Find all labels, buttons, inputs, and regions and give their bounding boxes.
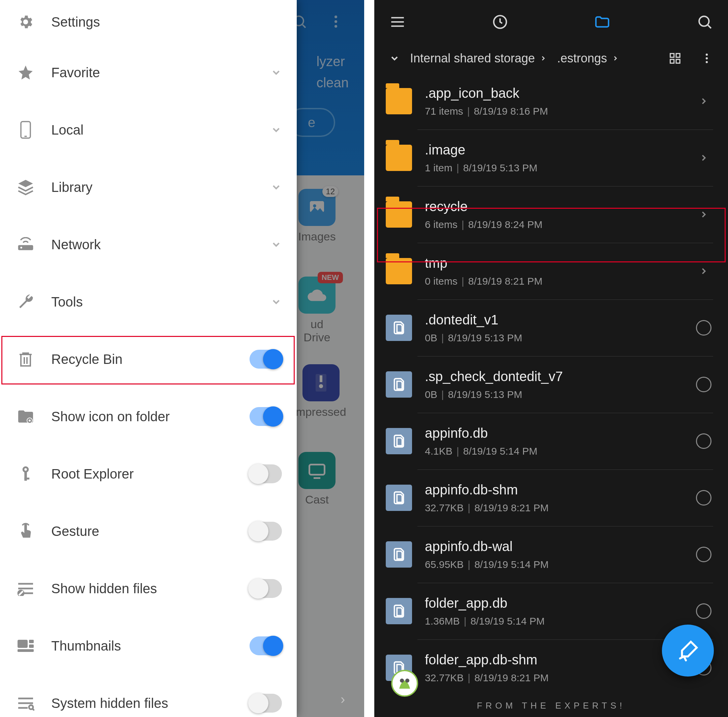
file-icon [386, 485, 412, 511]
row-name: .image [425, 142, 694, 157]
drawer-item-label: Gesture [51, 524, 250, 539]
chevron-down-icon [270, 239, 282, 250]
select-radio[interactable] [694, 603, 713, 619]
svg-rect-31 [29, 644, 34, 648]
row-name: folder_app.db-shm [425, 652, 694, 667]
layers-icon [17, 178, 34, 196]
folder-icon [386, 145, 412, 171]
row-name: appinfo.db-wal [425, 539, 694, 554]
folder-icon [386, 258, 412, 284]
file-icon [386, 598, 412, 624]
svg-point-54 [405, 679, 409, 683]
select-radio[interactable] [694, 320, 713, 336]
row-meta: 6 items|8/19/19 8:24 PM [425, 219, 694, 230]
drawer-item-syshidden[interactable]: System hidden files [0, 674, 297, 717]
more-vert-icon[interactable] [701, 52, 713, 65]
clean-fab[interactable] [662, 625, 714, 677]
search-icon[interactable] [696, 14, 713, 31]
drawer-item-label: Settings [51, 15, 282, 30]
file-list: .app_icon_back71 items|8/19/19 8:16 PM.i… [374, 73, 728, 696]
drawer-item-rootexp[interactable]: Root Explorer [0, 445, 297, 502]
toggle-showicon[interactable] [250, 407, 282, 426]
chevron-down-icon [270, 124, 282, 136]
drawer-item-label: Library [51, 180, 270, 195]
svg-line-37 [32, 709, 34, 711]
breadcrumb: Internal shared storage .estrongs [374, 44, 728, 73]
drawer-item-local[interactable]: Local [0, 101, 297, 159]
folder-icon [386, 88, 412, 114]
file-row[interactable]: appinfo.db4.1KB|8/19/19 5:14 PM [374, 413, 728, 470]
chevron-down-icon [270, 182, 282, 193]
select-radio[interactable] [694, 547, 713, 562]
row-meta: 0 items|8/19/19 8:21 PM [425, 276, 694, 287]
svg-line-43 [708, 25, 711, 28]
row-meta: 32.77KB|8/19/19 8:21 PM [425, 502, 694, 514]
drawer-item-showicon[interactable]: Show icon on folder [0, 388, 297, 445]
toggle-gesture[interactable] [250, 522, 282, 541]
svg-point-53 [400, 679, 404, 683]
router-icon [17, 236, 34, 253]
folder-row[interactable]: recycle6 items|8/19/19 8:24 PM [374, 186, 728, 243]
toggle-rootexp[interactable] [250, 464, 282, 483]
folder-row[interactable]: .app_icon_back71 items|8/19/19 8:16 PM [374, 73, 728, 130]
drawer-item-settings[interactable]: Settings [0, 0, 297, 44]
file-icon [386, 371, 412, 398]
clock-icon[interactable] [492, 14, 509, 31]
top-bar [374, 0, 728, 44]
toggle-thumbs[interactable] [250, 636, 282, 655]
hamburger-icon[interactable] [389, 14, 406, 31]
svg-point-50 [706, 61, 708, 63]
file-row[interactable]: appinfo.db-wal65.95KB|8/19/19 5:14 PM [374, 526, 728, 583]
folder-row[interactable]: tmp0 items|8/19/19 8:21 PM [374, 243, 728, 299]
drawer-item-thumbs[interactable]: Thumbnails [0, 617, 297, 674]
chevron-down-icon [270, 296, 282, 308]
toggle-hidden[interactable] [250, 579, 282, 598]
folder-icon [386, 201, 412, 228]
list-sys-icon [17, 694, 34, 712]
drawer-item-label: Local [51, 122, 270, 137]
settings-drawer: SettingsFavoriteLocalLibraryNetworkTools… [0, 0, 297, 717]
file-row[interactable]: appinfo.db-shm32.77KB|8/19/19 8:21 PM [374, 470, 728, 526]
breadcrumb-current[interactable]: .estrongs [557, 51, 619, 66]
drawer-item-tools[interactable]: Tools [0, 273, 297, 331]
drawer-item-label: Recycle Bin [51, 352, 250, 367]
folder-row[interactable]: .image1 item|8/19/19 5:13 PM [374, 130, 728, 186]
toggle-recyclebin[interactable] [250, 350, 282, 369]
breadcrumb-root[interactable]: Internal shared storage [410, 51, 547, 66]
row-meta: 0B|8/19/19 5:13 PM [425, 389, 694, 400]
drawer-item-library[interactable]: Library [0, 159, 297, 216]
file-row[interactable]: .dontedit_v10B|8/19/19 5:13 PM [374, 299, 728, 356]
svg-rect-29 [18, 640, 27, 648]
svg-point-48 [706, 53, 708, 56]
drawer-item-hidden[interactable]: Show hidden files [0, 560, 297, 617]
drawer-item-recyclebin[interactable]: Recycle Bin [0, 331, 297, 388]
drawer-item-label: Show icon on folder [51, 409, 250, 424]
chevron-right-icon [694, 96, 713, 106]
select-radio[interactable] [694, 490, 713, 505]
left-screenshot: lyzer clean e 12 Images NEW ud Drive [0, 0, 364, 717]
drawer-item-label: Thumbnails [51, 638, 250, 654]
grid-view-icon[interactable] [669, 52, 681, 65]
right-screenshot: Internal shared storage .estrongs .app_i… [374, 0, 728, 717]
footer-tagline: FROM THE EXPERTS! [374, 700, 728, 711]
row-name: folder_app.db [425, 596, 694, 611]
row-name: appinfo.db-shm [425, 482, 694, 497]
svg-rect-47 [676, 59, 680, 63]
svg-point-14 [20, 247, 22, 249]
toggle-syshidden[interactable] [250, 694, 282, 712]
drawer-item-favorite[interactable]: Favorite [0, 44, 297, 101]
drawer-item-network[interactable]: Network [0, 216, 297, 273]
drawer-item-label: Favorite [51, 65, 270, 80]
svg-rect-23 [24, 477, 29, 480]
svg-rect-45 [676, 53, 680, 57]
phone-icon [17, 121, 34, 139]
drawer-item-gesture[interactable]: Gesture [0, 502, 297, 560]
svg-point-19 [29, 420, 31, 421]
file-row[interactable]: .sp_check_dontedit_v70B|8/19/19 5:13 PM [374, 356, 728, 413]
select-radio[interactable] [694, 433, 713, 449]
folder-tab-icon[interactable] [594, 14, 611, 31]
thumbnails-icon [17, 637, 34, 654]
select-radio[interactable] [694, 377, 713, 392]
row-name: .dontedit_v1 [425, 312, 694, 328]
chevron-down-icon[interactable] [389, 53, 400, 64]
